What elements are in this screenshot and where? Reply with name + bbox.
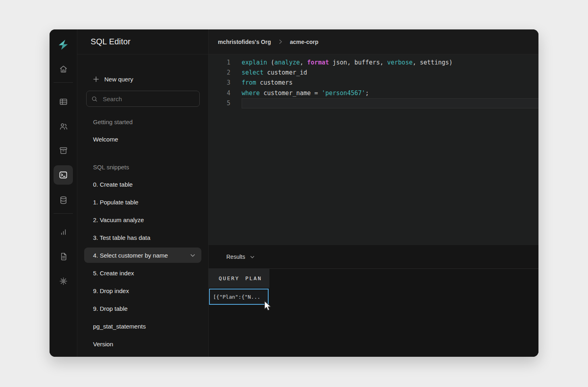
main-panel: mchristofides's Org acme-corp 1explain (… bbox=[209, 29, 538, 357]
code-token: analyze bbox=[274, 59, 300, 66]
code-token: customer_id bbox=[263, 69, 307, 76]
code-token: , bbox=[300, 59, 307, 66]
sidebar-item-label: 3. Test table has data bbox=[93, 234, 150, 241]
breadcrumb-org[interactable]: mchristofides's Org bbox=[218, 39, 271, 45]
sidebar-item-label: 1. Populate table bbox=[93, 199, 139, 206]
sidebar: SQL Editor New query Getting startedWelc… bbox=[77, 29, 209, 357]
sidebar-item-label: 9. Drop table bbox=[93, 305, 128, 312]
metrics-chart-icon[interactable] bbox=[54, 222, 73, 241]
chevron-down-icon bbox=[250, 254, 255, 260]
results-panel: Results QUERY PLAN [{"Plan":{"N... bbox=[209, 245, 538, 357]
sidebar-item[interactable]: Version bbox=[84, 335, 201, 353]
breadcrumb-project[interactable]: acme-corp bbox=[290, 39, 319, 45]
line-number: 5 bbox=[209, 98, 230, 108]
code-text: where customer_name = 'person4567'; bbox=[242, 88, 538, 98]
code-line: 3from customers bbox=[209, 78, 538, 88]
home-icon[interactable] bbox=[54, 59, 73, 79]
sidebar-item[interactable]: 2. Vacuum analyze bbox=[84, 211, 201, 229]
sidebar-item[interactable]: Welcome bbox=[84, 130, 201, 148]
settings-gear-icon[interactable] bbox=[54, 271, 73, 291]
code-text: from customers bbox=[242, 78, 538, 88]
sidebar-item-label: pg_stat_statements bbox=[93, 323, 146, 330]
sidebar-header: SQL Editor bbox=[77, 29, 208, 54]
code-token: ; bbox=[365, 89, 369, 97]
results-dropdown[interactable]: Results bbox=[209, 245, 538, 268]
section-header: SQL snippets bbox=[93, 158, 208, 175]
sidebar-item[interactable]: 5. Create index bbox=[84, 264, 201, 282]
logs-document-icon[interactable] bbox=[54, 247, 73, 266]
line-number: 2 bbox=[209, 67, 230, 77]
sidebar-item-label: 4. Select customer by name bbox=[93, 252, 168, 259]
line-number: 3 bbox=[209, 78, 230, 88]
rail-divider bbox=[54, 213, 73, 214]
code-token: customers bbox=[256, 79, 292, 86]
logo-icon[interactable] bbox=[54, 35, 73, 54]
sidebar-item[interactable]: 0. Create table bbox=[84, 175, 201, 193]
tables-icon[interactable] bbox=[54, 92, 73, 111]
database-icon[interactable] bbox=[54, 190, 73, 210]
code-line: 1explain (analyze, format json, buffers,… bbox=[209, 57, 538, 67]
code-token: format bbox=[307, 59, 329, 66]
sidebar-item[interactable]: 1. Populate table bbox=[84, 193, 201, 211]
new-query-label: New query bbox=[104, 76, 133, 83]
code-line: 2select customer_id bbox=[209, 67, 538, 77]
sidebar-group: SQL snippets0. Create table1. Populate t… bbox=[77, 158, 208, 353]
sql-code-editor[interactable]: 1explain (analyze, format json, buffers,… bbox=[209, 54, 538, 245]
sidebar-item[interactable]: 4. Select customer by name bbox=[84, 248, 201, 263]
chevron-down-icon[interactable] bbox=[190, 252, 196, 258]
sidebar-groups: Getting startedWelcomeSQL snippets0. Cre… bbox=[77, 113, 208, 353]
line-number: 1 bbox=[209, 57, 230, 67]
code-text bbox=[242, 98, 538, 108]
terminal-icon[interactable] bbox=[54, 165, 73, 185]
sidebar-item-label: Version bbox=[93, 341, 113, 347]
code-token: 'person4567' bbox=[322, 89, 365, 97]
lightning-logo-icon bbox=[57, 39, 69, 51]
code-token: from bbox=[242, 79, 256, 86]
sidebar-item[interactable]: 9. Drop table bbox=[84, 300, 201, 317]
search-input[interactable] bbox=[102, 95, 195, 103]
sidebar-item[interactable]: 3. Test table has data bbox=[84, 229, 201, 246]
new-query-button[interactable]: New query bbox=[93, 75, 208, 83]
nav-rail bbox=[50, 29, 77, 357]
code-token: select bbox=[242, 69, 263, 76]
rail-divider bbox=[54, 82, 73, 83]
results-label: Results bbox=[226, 254, 245, 260]
code-token: customer_name = bbox=[260, 89, 322, 97]
code-token: json, buffers, bbox=[329, 59, 387, 66]
sidebar-group: Getting startedWelcome bbox=[77, 113, 208, 148]
code-text: explain (analyze, format json, buffers, … bbox=[242, 57, 538, 67]
sidebar-item-label: 2. Vacuum analyze bbox=[93, 216, 144, 223]
code-token: ( bbox=[267, 59, 274, 66]
result-cell-selected[interactable]: [{"Plan":{"N... bbox=[209, 289, 269, 305]
sidebar-item[interactable]: 9. Drop index bbox=[84, 282, 201, 300]
archive-icon[interactable] bbox=[54, 141, 73, 160]
code-token: where bbox=[242, 89, 260, 97]
code-token: explain bbox=[242, 59, 267, 66]
chevron-right-icon bbox=[278, 39, 283, 44]
plus-icon bbox=[93, 76, 99, 82]
result-rows: [{"Plan":{"N... bbox=[209, 289, 538, 305]
sidebar-item-label: 5. Create index bbox=[93, 270, 134, 277]
code-line: 4where customer_name = 'person4567'; bbox=[209, 88, 538, 98]
breadcrumb: mchristofides's Org acme-corp bbox=[209, 29, 538, 54]
column-header-query-plan: QUERY PLAN bbox=[209, 269, 269, 288]
section-header: Getting started bbox=[93, 113, 208, 130]
code-line: 5 bbox=[209, 98, 538, 108]
code-token: verbose bbox=[387, 59, 412, 66]
sidebar-item[interactable]: pg_stat_statements bbox=[84, 317, 201, 335]
sidebar-item-label: 0. Create table bbox=[93, 181, 133, 188]
results-table: QUERY PLAN [{"Plan":{"N... bbox=[209, 268, 538, 357]
sidebar-item-label: 9. Drop index bbox=[93, 287, 129, 294]
code-text: select customer_id bbox=[242, 67, 538, 77]
search-box bbox=[86, 91, 200, 107]
search-icon bbox=[91, 96, 97, 102]
sidebar-item-label: Welcome bbox=[93, 136, 118, 143]
app-window: SQL Editor New query Getting startedWelc… bbox=[50, 29, 538, 357]
users-icon[interactable] bbox=[54, 117, 73, 136]
page-title: SQL Editor bbox=[91, 37, 130, 46]
line-number: 4 bbox=[209, 88, 230, 98]
code-token: , settings) bbox=[412, 59, 452, 66]
